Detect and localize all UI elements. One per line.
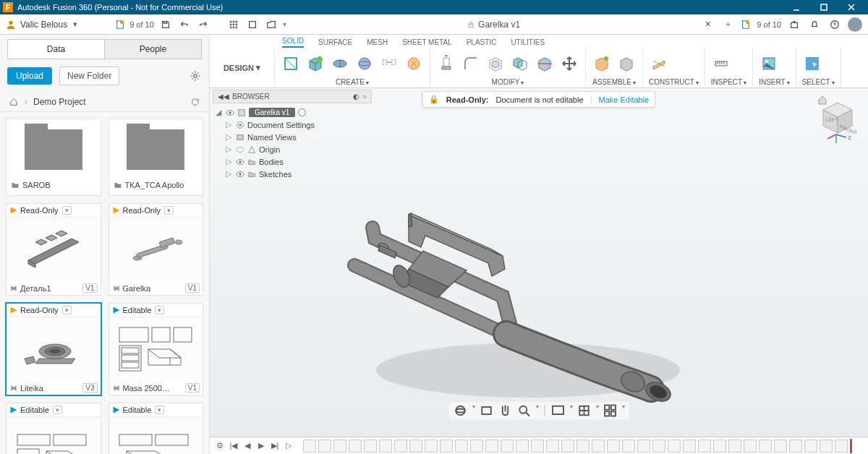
close-tab-icon[interactable]: ✕ — [700, 17, 715, 32]
timeline-step[interactable] — [637, 440, 650, 453]
asbuilt-icon[interactable] — [616, 53, 637, 74]
timeline-step[interactable] — [531, 440, 544, 453]
timeline-step[interactable] — [318, 440, 331, 453]
timeline-step[interactable] — [713, 440, 726, 453]
breadcrumb[interactable]: › Demo Project — [0, 93, 209, 112]
fillet-icon[interactable] — [461, 53, 481, 74]
timeline-step[interactable] — [409, 440, 422, 453]
eye-icon[interactable] — [226, 108, 234, 117]
collapse-icon[interactable]: ◀◀ — [218, 93, 229, 100]
timeline-step[interactable] — [333, 440, 346, 453]
new-folder-button[interactable]: New Folder — [59, 67, 119, 85]
filter-icon[interactable]: ◐ — [353, 93, 359, 100]
display-icon[interactable] — [551, 403, 566, 418]
timeline-cursor[interactable] — [850, 439, 852, 453]
timeline-back-icon[interactable]: ◀ — [242, 440, 253, 452]
timeline-step[interactable] — [516, 440, 529, 453]
timeline-step[interactable] — [728, 440, 741, 453]
measure-icon[interactable] — [711, 53, 731, 74]
file-card[interactable]: Read-Only▾ Деталь1V1 — [6, 203, 101, 296]
joint-icon[interactable] — [592, 53, 612, 74]
viewcube[interactable]: LEFT FRONT Z — [814, 93, 858, 136]
workspace-dropdown[interactable]: DESIGN ▾ — [210, 48, 275, 87]
group-assemble[interactable]: ASSEMBLE▾ — [592, 78, 637, 87]
orbit-icon[interactable] — [454, 403, 468, 418]
browser-item[interactable]: ▷Origin — [213, 143, 372, 155]
3d-model[interactable] — [340, 175, 716, 421]
tab-plastic[interactable]: PLASTIC — [467, 38, 497, 48]
username-label[interactable]: Valic Belous — [20, 20, 67, 30]
timeline-step[interactable] — [379, 440, 392, 453]
lookat-icon[interactable] — [480, 403, 494, 418]
timeline-fwd-icon[interactable]: ▶ — [255, 440, 267, 452]
timeline-step[interactable] — [789, 440, 802, 453]
timeline-step[interactable] — [455, 440, 468, 453]
extensions-icon[interactable] — [787, 17, 801, 32]
upload-button[interactable]: Upload — [7, 67, 52, 85]
timeline-step[interactable] — [470, 440, 483, 453]
timeline-step[interactable] — [440, 440, 453, 453]
timeline-step[interactable] — [668, 440, 681, 453]
emboss-icon[interactable] — [404, 53, 424, 74]
group-construct[interactable]: CONSTRUCT▾ — [649, 78, 699, 87]
pin-icon[interactable]: ○ — [362, 93, 367, 100]
refresh-icon[interactable] — [190, 97, 200, 107]
group-insert[interactable]: INSERT▾ — [759, 78, 790, 87]
toolbar-chevron[interactable]: ▾ — [283, 20, 286, 28]
group-create[interactable]: CREATE▾ — [281, 78, 424, 87]
group-select[interactable]: SELECT▾ — [802, 78, 835, 87]
file-card[interactable]: Editable▾ — [6, 403, 101, 454]
insert-icon[interactable] — [759, 53, 779, 74]
timeline-step[interactable] — [804, 440, 817, 453]
tab-sheetmetal[interactable]: SHEET METAL — [402, 38, 452, 48]
timeline-step[interactable] — [774, 440, 787, 453]
tab-surface[interactable]: SURFACE — [318, 38, 352, 48]
timeline-step[interactable] — [485, 440, 498, 453]
account-avatar[interactable] — [848, 17, 862, 32]
pattern-icon[interactable] — [379, 53, 399, 74]
revolve-icon[interactable] — [330, 53, 350, 74]
file-card[interactable]: Editable▾ — [109, 403, 204, 454]
activate-radio[interactable] — [298, 108, 306, 116]
file-card[interactable]: Editable▾ Masa 2500x900...V1 — [109, 303, 204, 395]
redo-icon[interactable] — [196, 17, 210, 32]
file-card[interactable]: Read-Only▾ GarelkaV1 — [109, 203, 204, 296]
group-modify[interactable]: MODIFY▾ — [436, 78, 579, 87]
add-tab-icon[interactable]: ＋ — [720, 17, 735, 32]
viewport-layout-icon[interactable] — [603, 403, 618, 418]
folder-card[interactable]: TKA_TCA Apollo — [109, 118, 204, 196]
box-icon[interactable] — [305, 53, 326, 74]
plane-icon[interactable] — [649, 53, 669, 74]
close-button[interactable] — [838, 0, 865, 14]
sketch-icon[interactable] — [281, 53, 301, 74]
timeline-end-icon[interactable]: ▶| — [269, 440, 281, 452]
browser-item[interactable]: ▷Named Views — [213, 131, 372, 143]
timeline-step[interactable] — [683, 440, 696, 453]
help-icon[interactable] — [827, 17, 842, 32]
timeline-step[interactable] — [592, 440, 605, 453]
browser-item[interactable]: ▷Sketches — [213, 168, 372, 180]
timeline-step[interactable] — [698, 440, 711, 453]
home-icon[interactable] — [9, 97, 19, 107]
undo-icon[interactable] — [177, 17, 192, 32]
grid-icon[interactable] — [226, 17, 241, 32]
breadcrumb-project[interactable]: Demo Project — [33, 97, 86, 107]
combine-icon[interactable] — [510, 53, 530, 74]
timeline-step[interactable] — [364, 440, 377, 453]
timeline-step[interactable] — [622, 440, 635, 453]
browser-header[interactable]: ◀◀ BROWSER ◐○ — [213, 90, 372, 103]
tab-people[interactable]: People — [104, 39, 202, 59]
browser-item[interactable]: ▷Document Settings — [213, 119, 372, 131]
notification-icon[interactable] — [807, 17, 822, 32]
timeline-step[interactable] — [303, 440, 316, 453]
browser-item[interactable]: ▷Bodies — [213, 155, 372, 168]
select-icon[interactable] — [802, 53, 822, 74]
pan-icon[interactable] — [498, 403, 513, 418]
timeline-step[interactable] — [425, 440, 438, 453]
timeline-settings-icon[interactable]: ⚙ — [214, 440, 226, 452]
document-title[interactable]: Garelka v1 — [467, 20, 520, 30]
eye-icon[interactable] — [236, 158, 244, 166]
timeline-step[interactable] — [561, 440, 574, 453]
timeline-step[interactable] — [546, 440, 559, 453]
timeline-start-icon[interactable]: |◀ — [228, 440, 239, 452]
